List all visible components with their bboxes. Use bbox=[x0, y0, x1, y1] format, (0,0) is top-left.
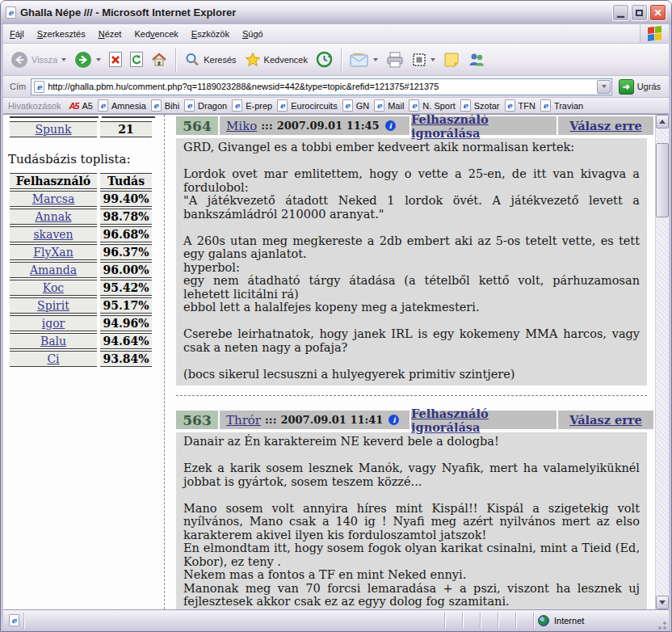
back-button[interactable]: Vissza bbox=[6, 48, 70, 71]
close-icon: ✕ bbox=[653, 7, 662, 19]
scroll-down-button[interactable] bbox=[656, 596, 669, 609]
knowledge-value: 99.40% bbox=[100, 191, 152, 207]
reply-link[interactable]: Válasz erre bbox=[569, 413, 641, 427]
favorites-button[interactable]: Kedvencek bbox=[241, 49, 312, 70]
links-label: Hivatkozások bbox=[8, 101, 61, 111]
mail-dropdown-icon[interactable] bbox=[373, 58, 378, 61]
ie-icon: e bbox=[374, 99, 384, 112]
forward-dropdown-icon[interactable] bbox=[96, 58, 101, 61]
history-icon bbox=[316, 51, 333, 68]
ie-page-icon: e bbox=[6, 6, 16, 19]
post-header: 564 Miko ::: 2007.09.01 11:45 i Felhaszn… bbox=[176, 116, 653, 135]
ignore-user-link[interactable]: Felhasználó ignorálása bbox=[411, 115, 556, 140]
mail-button[interactable] bbox=[346, 50, 382, 70]
link-a5[interactable]: A5A5 bbox=[69, 101, 93, 111]
toolbar-separator bbox=[341, 48, 342, 72]
link-gn[interactable]: eGN bbox=[342, 99, 370, 112]
link-eurocircuits[interactable]: eEurocircuits bbox=[277, 99, 337, 112]
post-number: 564 bbox=[176, 116, 218, 135]
user-link[interactable]: Spirit bbox=[37, 299, 69, 312]
status-panel bbox=[515, 613, 533, 629]
knowledge-value: 95.17% bbox=[100, 297, 152, 314]
address-dropdown-button[interactable] bbox=[597, 80, 611, 94]
user-link[interactable]: Annak bbox=[36, 210, 72, 223]
ie-icon: e bbox=[232, 99, 242, 112]
reply-cell: Válasz erre bbox=[558, 116, 653, 135]
link-szotar[interactable]: eSzotar bbox=[460, 99, 500, 112]
info-icon[interactable]: i bbox=[388, 415, 399, 425]
refresh-button[interactable] bbox=[126, 49, 147, 70]
messenger-button[interactable] bbox=[464, 49, 489, 70]
user-link[interactable]: Koc bbox=[43, 281, 64, 294]
user-link[interactable]: Amanda bbox=[30, 263, 77, 276]
windows-logo bbox=[640, 24, 669, 43]
scroll-up-button[interactable] bbox=[656, 115, 669, 129]
maximize-button[interactable] bbox=[631, 4, 648, 21]
author-link[interactable]: Thrór bbox=[226, 413, 261, 428]
link-bihi[interactable]: eBihi bbox=[151, 99, 179, 112]
user-link[interactable]: igor bbox=[42, 317, 65, 330]
history-button[interactable] bbox=[312, 48, 337, 70]
link-nsport[interactable]: eN. Sport bbox=[409, 99, 455, 112]
address-url[interactable]: http://ghalla.pbm.hu/comment.php?q=11890… bbox=[48, 82, 596, 91]
forward-button[interactable] bbox=[70, 48, 105, 71]
user-link[interactable]: FlyXan bbox=[33, 246, 73, 259]
table-row: skaven96.68% bbox=[10, 226, 152, 242]
menu-view[interactable]: Nézet bbox=[92, 24, 128, 43]
table-row: Marcsa99.40% bbox=[10, 191, 152, 207]
close-button[interactable]: ✕ bbox=[649, 4, 666, 21]
minimize-button[interactable]: ▁ bbox=[612, 4, 629, 21]
link-tfn[interactable]: eTFN bbox=[505, 99, 536, 112]
scrollbar-thumb[interactable] bbox=[656, 143, 669, 217]
link-mail[interactable]: eMail bbox=[374, 99, 404, 112]
home-icon bbox=[151, 52, 167, 68]
menu-tools[interactable]: Eszközök bbox=[185, 24, 236, 43]
go-button[interactable]: ➜ Ugrás bbox=[617, 78, 666, 95]
user-link[interactable]: Marcsa bbox=[32, 192, 75, 205]
address-input[interactable]: e http://ghalla.pbm.hu/comment.php?q=118… bbox=[31, 78, 611, 95]
notes-button[interactable] bbox=[439, 49, 464, 70]
messenger-icon bbox=[468, 52, 485, 68]
stop-button[interactable] bbox=[105, 49, 126, 70]
menu-edit[interactable]: Szerkesztés bbox=[31, 24, 92, 43]
ie-icon: e bbox=[505, 99, 515, 112]
mail-icon bbox=[350, 53, 369, 67]
reply-link[interactable]: Válasz erre bbox=[569, 119, 641, 133]
user-link[interactable]: Ci bbox=[47, 352, 59, 365]
vertical-scrollbar[interactable] bbox=[655, 115, 669, 609]
edit-button[interactable] bbox=[408, 50, 439, 70]
post-datetime: 2007.09.01 11:45 bbox=[277, 120, 380, 132]
links-bar: Hivatkozások A5A5 eAmnesia eBihi eDragon… bbox=[3, 98, 669, 114]
link-travian[interactable]: eTravian bbox=[540, 99, 583, 112]
link-dragon[interactable]: eDragon bbox=[184, 99, 227, 112]
author-link[interactable]: Miko bbox=[226, 119, 257, 133]
user-link-spunk[interactable]: Spunk bbox=[35, 123, 71, 136]
user-link[interactable]: skaven bbox=[33, 228, 73, 241]
cut-off-row bbox=[10, 116, 158, 118]
menu-file[interactable]: Fájl bbox=[3, 24, 31, 43]
back-dropdown-icon[interactable] bbox=[61, 58, 66, 61]
user-link[interactable]: Balu bbox=[40, 335, 66, 348]
edit-dropdown-icon[interactable] bbox=[430, 58, 435, 61]
ignore-user-link[interactable]: Felhasználó ignorálása bbox=[411, 407, 556, 434]
arrow-down-icon bbox=[659, 600, 666, 605]
globe-icon bbox=[538, 615, 549, 626]
knowledge-value: 93.84% bbox=[100, 351, 152, 367]
scrollbar-track[interactable] bbox=[656, 129, 669, 596]
info-icon[interactable]: i bbox=[385, 120, 396, 131]
status-panel bbox=[462, 613, 480, 629]
menu-favorites[interactable]: Kedvencek bbox=[128, 24, 184, 43]
ie-icon: e bbox=[409, 99, 419, 112]
home-button[interactable] bbox=[147, 49, 171, 70]
ignore-user-cell: Felhasználó ignorálása bbox=[411, 411, 556, 429]
search-button[interactable]: Keresés bbox=[180, 49, 240, 70]
ie-icon: e bbox=[342, 99, 353, 112]
post-563: 563 Thrór ::: 2007.09.01 11:41 i Felhasz… bbox=[176, 411, 653, 609]
menu-help[interactable]: Súgó bbox=[236, 24, 270, 43]
link-amnesia[interactable]: eAmnesia bbox=[98, 99, 146, 112]
knowledge-value: 98.78% bbox=[100, 209, 152, 225]
page-viewport: Spunk 21 Tudásbázis toplista: Felhasznál… bbox=[3, 114, 669, 609]
link-eprep[interactable]: eE-prep bbox=[232, 99, 272, 112]
resize-grip[interactable] bbox=[656, 619, 667, 630]
print-button[interactable] bbox=[382, 49, 408, 70]
